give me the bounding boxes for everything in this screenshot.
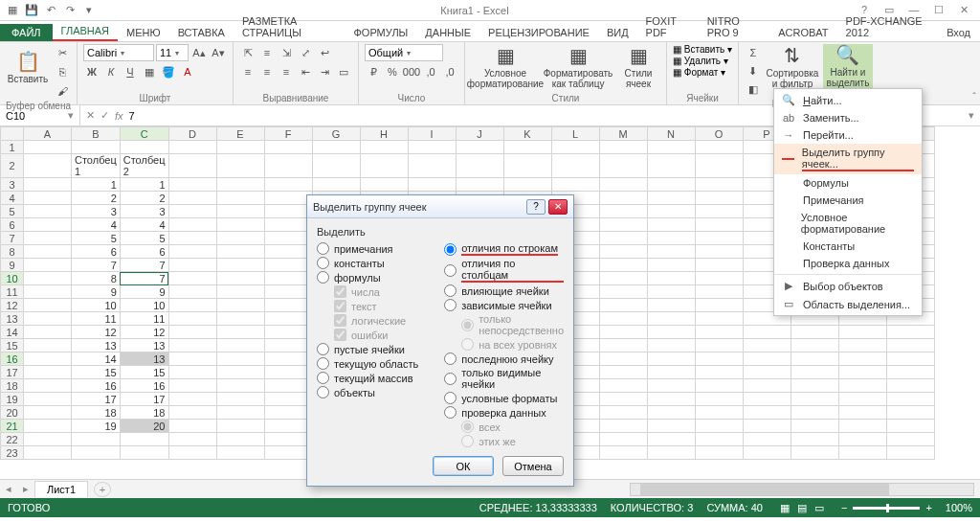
font-size-select[interactable]: 11▾ [156, 44, 189, 61]
number-format-select[interactable]: Общий▾ [365, 44, 443, 61]
tab-data[interactable]: ДАННЫЕ [416, 24, 479, 41]
dialog-close-icon[interactable]: ✕ [548, 199, 568, 215]
opt-cond-formats[interactable]: условные форматы [444, 391, 564, 405]
sheet-nav-prev-icon[interactable]: ◂ [0, 483, 17, 495]
autosum-icon[interactable]: Σ [745, 44, 762, 61]
fill-icon[interactable]: ⬇ [745, 62, 762, 80]
opt-formulas[interactable]: формулы [317, 270, 434, 284]
orientation-icon[interactable]: ⤢ [297, 44, 314, 61]
menu-condfmt[interactable]: Условное форматирование [774, 209, 922, 238]
menu-goto[interactable]: →Перейти... [774, 126, 922, 144]
tab-foxit[interactable]: Foxit PDF [637, 12, 699, 41]
indent-inc-icon[interactable]: ⇥ [316, 63, 333, 80]
cancel-fx-icon[interactable]: ✕ [86, 109, 95, 122]
italic-icon[interactable]: К [102, 63, 120, 80]
sheet-nav-next-icon[interactable]: ▸ [17, 483, 34, 495]
find-select-button[interactable]: 🔍Найти и выделить [823, 44, 873, 90]
align-left-icon[interactable]: ≡ [239, 63, 256, 80]
tab-file[interactable]: ФАЙЛ [0, 24, 53, 41]
tab-formulas[interactable]: ФОРМУЛЫ [345, 24, 416, 41]
underline-icon[interactable]: Ч [122, 63, 139, 80]
font-name-select[interactable]: Calibri▾ [83, 44, 154, 61]
borders-icon[interactable]: ▦ [141, 63, 158, 80]
font-color-icon[interactable]: A [179, 63, 196, 80]
grow-font-icon[interactable]: A▴ [190, 44, 208, 61]
wrap-text-icon[interactable]: ↩ [316, 44, 333, 61]
fill-color-icon[interactable]: 🪣 [160, 63, 177, 80]
fx-icon[interactable]: fx [115, 110, 123, 122]
opt-current-region[interactable]: текущую область [317, 356, 434, 371]
tab-menu[interactable]: Меню [118, 24, 169, 41]
view-buttons[interactable]: ▦▤▭ [776, 502, 828, 514]
tab-layout[interactable]: РАЗМЕТКА СТРАНИЦЫ [234, 12, 345, 41]
shrink-font-icon[interactable]: A▾ [210, 44, 227, 61]
opt-visible-only[interactable]: только видимые ячейки [444, 366, 564, 391]
dialog-help-icon[interactable]: ? [526, 199, 546, 215]
currency-icon[interactable]: ₽ [365, 63, 382, 80]
opt-blanks[interactable]: пустые ячейки [317, 342, 434, 356]
enter-fx-icon[interactable]: ✓ [100, 109, 109, 122]
insert-cells-button[interactable]: ▦ Вставить ▾ [673, 44, 732, 55]
opt-data-validation[interactable]: проверка данных [444, 405, 564, 420]
format-cells-button[interactable]: ▦ Формат ▾ [673, 67, 725, 78]
menu-constants[interactable]: Константы [774, 238, 922, 255]
dialog-cancel-button[interactable]: Отмена [502, 456, 564, 476]
menu-select-objects[interactable]: ▶Выбор объектов [774, 277, 922, 295]
indent-dec-icon[interactable]: ⇤ [297, 63, 314, 80]
menu-replace[interactable]: abЗаменить... [774, 109, 922, 126]
undo-icon[interactable]: ↶ [44, 4, 57, 17]
dialog-header[interactable]: Выделить группу ячеек ? ✕ [307, 195, 573, 218]
save-icon[interactable]: 💾 [25, 4, 38, 17]
opt-comments[interactable]: примечания [317, 241, 434, 256]
menu-find[interactable]: 🔍Найти... [774, 91, 922, 109]
align-right-icon[interactable]: ≡ [278, 63, 295, 80]
format-painter-icon[interactable]: 🖌 [54, 82, 71, 100]
qat-more-icon[interactable]: ▾ [82, 4, 96, 17]
add-sheet-icon[interactable]: + [94, 482, 111, 497]
percent-icon[interactable]: % [384, 63, 401, 80]
menu-formulas[interactable]: Формулы [774, 174, 922, 192]
copy-icon[interactable]: ⎘ [54, 63, 71, 80]
opt-current-array[interactable]: текущий массив [317, 371, 434, 385]
dialog-ok-button[interactable]: ОК [433, 456, 494, 476]
tab-acrobat[interactable]: ACROBAT [769, 24, 836, 41]
delete-cells-button[interactable]: ▦ Удалить ▾ [673, 56, 728, 66]
align-bottom-icon[interactable]: ⇲ [278, 44, 295, 61]
menu-selection-pane[interactable]: ▭Область выделения... [774, 295, 922, 313]
opt-precedents[interactable]: влияющие ячейки [444, 284, 564, 298]
sort-filter-button[interactable]: ⇅Сортировка и фильтр [766, 44, 819, 90]
tab-insert[interactable]: ВСТАВКА [169, 24, 234, 41]
hscrollbar[interactable] [630, 483, 974, 496]
opt-constants[interactable]: константы [317, 256, 434, 270]
login-link[interactable]: Вход [937, 24, 980, 41]
opt-dependents[interactable]: зависимые ячейки [444, 298, 564, 312]
collapse-ribbon-icon[interactable]: ˆ [972, 91, 976, 102]
dec-decimal-icon[interactable]: ,0 [441, 63, 458, 80]
align-center-icon[interactable]: ≡ [258, 63, 276, 80]
inc-decimal-icon[interactable]: ,0 [422, 63, 439, 80]
merge-icon[interactable]: ▭ [335, 63, 352, 80]
opt-objects[interactable]: объекты [317, 385, 434, 399]
zoom-slider[interactable]: −+ [841, 502, 932, 513]
zoom-level[interactable]: 100% [946, 502, 972, 513]
clear-icon[interactable]: ◧ [745, 80, 762, 98]
tab-review[interactable]: РЕЦЕНЗИРОВАНИЕ [479, 24, 598, 41]
cut-icon[interactable]: ✂ [54, 44, 71, 61]
align-middle-icon[interactable]: ≡ [258, 44, 276, 61]
tab-pdfx[interactable]: PDF-XChange 2012 [837, 12, 938, 41]
menu-comments[interactable]: Примечания [774, 192, 922, 209]
opt-col-diff[interactable]: отличия по столбцам [444, 257, 564, 284]
sheet-tab-1[interactable]: Лист1 [34, 481, 88, 497]
paste-button[interactable]: 📋 Вставить [6, 44, 50, 90]
opt-row-diff[interactable]: отличия по строкам [444, 241, 564, 257]
tab-view[interactable]: ВИД [598, 24, 637, 41]
tab-home[interactable]: ГЛАВНАЯ [53, 22, 118, 41]
expand-fbar-icon[interactable]: ▾ [963, 109, 980, 122]
tab-nitro[interactable]: NITRO PRO 9 [699, 12, 770, 41]
comma-icon[interactable]: 000 [403, 63, 420, 80]
bold-icon[interactable]: Ж [83, 63, 100, 80]
redo-icon[interactable]: ↷ [63, 4, 77, 17]
format-table-button[interactable]: ▦Форматировать как таблицу [544, 44, 612, 90]
cell-styles-button[interactable]: ▦Стили ячеек [616, 44, 660, 90]
close-window-icon[interactable]: ✕ [953, 4, 974, 16]
